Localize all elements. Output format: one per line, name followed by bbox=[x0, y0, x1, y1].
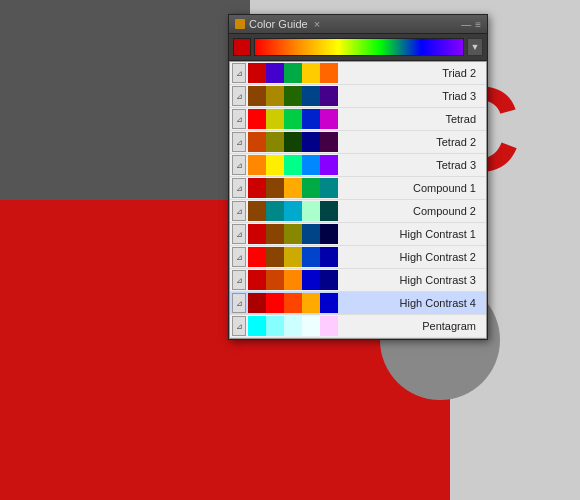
harmony-item-label: Triad 2 bbox=[338, 67, 484, 79]
swatch-color-block bbox=[284, 178, 302, 198]
swatch-color-block bbox=[302, 247, 320, 267]
harmony-swatch-bar bbox=[254, 38, 464, 56]
swatch-color-block bbox=[248, 132, 266, 152]
swatch-color-block bbox=[266, 109, 284, 129]
swatch-color-group bbox=[248, 63, 338, 83]
panel-close-button[interactable]: × bbox=[314, 18, 320, 30]
swatch-color-block bbox=[320, 86, 338, 106]
panel-title-left: Color Guide × bbox=[235, 18, 320, 30]
swatch-color-block bbox=[302, 293, 320, 313]
swatch-indicator-icon: ⊿ bbox=[232, 224, 246, 244]
harmony-item-label: Tetrad 3 bbox=[338, 159, 484, 171]
harmony-item-label: Pentagram bbox=[338, 320, 484, 332]
color-guide-panel: Color Guide × — ≡ ▼ ⊿Triad 2⊿Triad 3⊿Tet… bbox=[228, 14, 488, 340]
swatch-color-group bbox=[248, 109, 338, 129]
harmony-list-wrapper: ⊿Triad 2⊿Triad 3⊿Tetrad⊿Tetrad 2⊿Tetrad … bbox=[229, 61, 487, 339]
dropdown-item[interactable]: ⊿High Contrast 4 bbox=[230, 292, 486, 315]
swatch-color-block bbox=[266, 316, 284, 336]
swatch-color-block bbox=[284, 270, 302, 290]
panel-title-text: Color Guide bbox=[249, 18, 308, 30]
harmony-dropdown-button[interactable]: ▼ bbox=[467, 38, 483, 56]
swatch-color-block bbox=[302, 201, 320, 221]
swatch-color-group bbox=[248, 86, 338, 106]
swatch-indicator-icon: ⊿ bbox=[232, 270, 246, 290]
panel-menu-button[interactable]: ≡ bbox=[475, 19, 481, 30]
swatch-color-block bbox=[302, 86, 320, 106]
swatch-color-block bbox=[320, 270, 338, 290]
swatch-color-block bbox=[266, 178, 284, 198]
swatch-color-group bbox=[248, 178, 338, 198]
panel-minimize-button[interactable]: — bbox=[461, 19, 471, 30]
harmony-item-label: Tetrad bbox=[338, 113, 484, 125]
swatch-color-block bbox=[248, 270, 266, 290]
swatch-color-block bbox=[320, 293, 338, 313]
swatch-color-block bbox=[320, 224, 338, 244]
swatch-color-block bbox=[320, 201, 338, 221]
dropdown-item[interactable]: ⊿High Contrast 2 bbox=[230, 246, 486, 269]
swatch-color-block bbox=[302, 132, 320, 152]
swatch-indicator-icon: ⊿ bbox=[232, 155, 246, 175]
swatch-color-block bbox=[302, 178, 320, 198]
dropdown-item[interactable]: ⊿Compound 2 bbox=[230, 200, 486, 223]
swatch-color-group bbox=[248, 132, 338, 152]
harmony-item-label: High Contrast 4 bbox=[338, 297, 484, 309]
panel-icon bbox=[235, 19, 245, 29]
dropdown-item[interactable]: ⊿Compound 1 bbox=[230, 177, 486, 200]
swatch-indicator-icon: ⊿ bbox=[232, 293, 246, 313]
dropdown-item[interactable]: ⊿High Contrast 1 bbox=[230, 223, 486, 246]
swatch-color-block bbox=[320, 247, 338, 267]
swatch-indicator-icon: ⊿ bbox=[232, 132, 246, 152]
swatch-color-block bbox=[266, 86, 284, 106]
swatch-color-block bbox=[284, 316, 302, 336]
swatch-color-block bbox=[320, 132, 338, 152]
panel-topbar: ▼ bbox=[229, 34, 487, 61]
swatch-color-group bbox=[248, 270, 338, 290]
swatch-color-block bbox=[284, 132, 302, 152]
swatch-color-block bbox=[320, 155, 338, 175]
swatch-color-block bbox=[284, 86, 302, 106]
swatch-color-block bbox=[248, 247, 266, 267]
swatch-color-block bbox=[302, 224, 320, 244]
swatch-color-group bbox=[248, 155, 338, 175]
swatch-color-block bbox=[284, 155, 302, 175]
swatch-color-block bbox=[320, 109, 338, 129]
dropdown-item[interactable]: ⊿Triad 2 bbox=[230, 62, 486, 85]
swatch-color-group bbox=[248, 201, 338, 221]
swatch-color-group bbox=[248, 247, 338, 267]
dropdown-item[interactable]: ⊿Tetrad bbox=[230, 108, 486, 131]
swatch-color-block bbox=[302, 316, 320, 336]
swatch-color-block bbox=[266, 224, 284, 244]
dropdown-item[interactable]: ⊿Pentagram bbox=[230, 315, 486, 338]
dropdown-item[interactable]: ⊿Tetrad 3 bbox=[230, 154, 486, 177]
swatch-color-block bbox=[266, 132, 284, 152]
dropdown-item[interactable]: ⊿High Contrast 3 bbox=[230, 269, 486, 292]
swatch-color-block bbox=[248, 63, 266, 83]
harmony-item-label: High Contrast 2 bbox=[338, 251, 484, 263]
swatch-color-block bbox=[248, 86, 266, 106]
base-color-swatch[interactable] bbox=[233, 38, 251, 56]
swatch-indicator-icon: ⊿ bbox=[232, 109, 246, 129]
panel-controls: — ≡ bbox=[461, 19, 481, 30]
swatch-color-block bbox=[248, 293, 266, 313]
dropdown-item[interactable]: ⊿Tetrad 2 bbox=[230, 131, 486, 154]
swatch-color-block bbox=[284, 63, 302, 83]
harmony-item-label: Compound 2 bbox=[338, 205, 484, 217]
swatch-color-block bbox=[320, 316, 338, 336]
dropdown-item[interactable]: ⊿Triad 3 bbox=[230, 85, 486, 108]
swatch-indicator-icon: ⊿ bbox=[232, 63, 246, 83]
swatch-color-block bbox=[266, 155, 284, 175]
chevron-down-icon: ▼ bbox=[471, 42, 480, 52]
swatch-color-block bbox=[284, 247, 302, 267]
swatch-color-block bbox=[284, 293, 302, 313]
swatch-color-group bbox=[248, 316, 338, 336]
swatch-indicator-icon: ⊿ bbox=[232, 247, 246, 267]
harmony-dropdown-list[interactable]: ⊿Triad 2⊿Triad 3⊿Tetrad⊿Tetrad 2⊿Tetrad … bbox=[229, 61, 487, 339]
harmony-item-label: High Contrast 3 bbox=[338, 274, 484, 286]
harmony-item-label: Tetrad 2 bbox=[338, 136, 484, 148]
swatch-color-block bbox=[302, 63, 320, 83]
swatch-indicator-icon: ⊿ bbox=[232, 178, 246, 198]
swatch-color-block bbox=[266, 293, 284, 313]
swatch-color-block bbox=[302, 155, 320, 175]
swatch-color-group bbox=[248, 224, 338, 244]
swatch-color-block bbox=[302, 109, 320, 129]
